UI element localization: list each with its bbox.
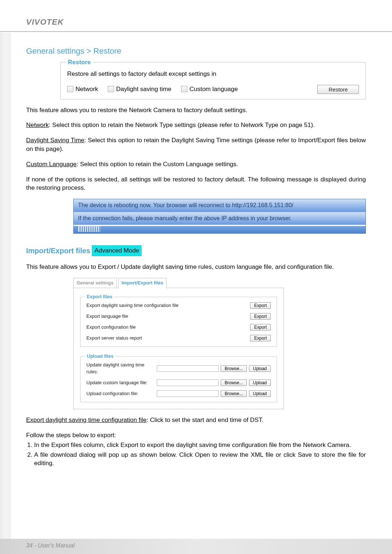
section-heading: General settings > Restore <box>26 46 366 57</box>
export-dst-help: Export daylight saving time configuratio… <box>26 416 366 424</box>
follow-steps: Follow the steps below to export: <box>26 431 366 440</box>
upload-config-upload-button[interactable]: Upload <box>249 390 271 397</box>
lang-rest: : Select this option to retain the Custo… <box>77 161 238 168</box>
upload-panel: Upload files Update daylight saving time… <box>80 356 277 402</box>
export-config-button[interactable]: Export <box>250 324 271 331</box>
network-paragraph: Network: Select this option to retain th… <box>26 121 366 130</box>
tab-general[interactable]: General settings <box>73 278 117 288</box>
upload-lang-label: Update custom language file: <box>86 379 155 386</box>
ie-title: Import/Export files <box>26 247 90 255</box>
upload-legend: Upload files <box>85 353 115 360</box>
steps-list: In the Export files column, click Export… <box>26 441 366 468</box>
footer-bar: 34 - User's Manual <box>0 539 392 554</box>
checkbox-icon <box>181 86 187 92</box>
checkbox-network[interactable]: Network <box>67 85 98 94</box>
export-config-label: Export configuration file <box>86 324 248 331</box>
checkbox-dst[interactable]: Daylight saving time <box>108 85 171 94</box>
checkbox-network-label: Network <box>75 86 98 93</box>
upload-config-label: Upload configuration file: <box>86 390 155 397</box>
header-divider <box>0 31 392 32</box>
dst-paragraph: Daylight Saving Time: Select this option… <box>26 136 366 153</box>
upload-config-browse-button[interactable]: Browse... <box>221 390 247 397</box>
checkbox-icon <box>67 86 73 92</box>
tab-import-export[interactable]: Import/Export files <box>118 278 167 288</box>
export-lang-button[interactable]: Export <box>250 313 271 320</box>
export-dst-help-key: Export daylight saving time configuratio… <box>26 416 147 423</box>
export-legend: Export files <box>85 294 114 300</box>
none-paragraph: If none of the options is selected, all … <box>26 175 366 193</box>
checkbox-lang[interactable]: Custom language <box>181 85 238 94</box>
export-dst-label: Export daylight saving time configuratio… <box>86 302 248 309</box>
export-status-label: Export server status report <box>86 335 248 341</box>
upload-lang-input[interactable] <box>157 379 219 386</box>
restore-legend: Restore <box>66 58 93 67</box>
lang-key: Custom Language <box>26 161 77 168</box>
export-dst-button[interactable]: Export <box>250 302 271 309</box>
brand: VIVOTEK <box>26 17 64 26</box>
left-gutter <box>0 33 11 554</box>
restore-instructions: Restore all settings to factory default … <box>67 70 359 78</box>
export-dst-help-rest: : Click to set the start and end time of… <box>147 416 264 423</box>
lang-paragraph: Custom Language: Select this option to r… <box>26 160 366 169</box>
step-2: A file download dialog will pop up as sh… <box>34 451 366 468</box>
step-1: In the Export files column, click Export… <box>34 441 366 450</box>
ie-description: This feature allows you to Export / Upda… <box>26 263 366 271</box>
footer-text: 34 - User's Manual <box>0 539 392 553</box>
restore-panel: Restore Restore all settings to factory … <box>60 62 366 99</box>
reboot-line-2: If the connection fails, please manually… <box>74 212 366 225</box>
checkbox-dst-label: Daylight saving time <box>116 86 171 93</box>
upload-config-input[interactable] <box>157 390 219 397</box>
upload-lang-browse-button[interactable]: Browse... <box>221 379 247 386</box>
advanced-mode-badge: Advanced Mode <box>92 245 142 256</box>
reboot-progress-icon <box>78 226 101 232</box>
checkbox-lang-label: Custom language <box>189 86 238 93</box>
export-status-button[interactable]: Export <box>250 335 271 341</box>
export-panel: Export files Export daylight saving time… <box>80 297 277 347</box>
upload-dst-upload-button[interactable]: Upload <box>249 365 271 372</box>
restore-button[interactable]: Restore <box>317 85 359 94</box>
export-lang-label: Export language file <box>86 313 248 320</box>
reboot-message: The device is rebooting now. Your browse… <box>73 199 366 234</box>
reboot-line-1: The device is rebooting now. Your browse… <box>74 199 366 212</box>
checkbox-icon <box>108 86 114 92</box>
network-key: Network <box>26 122 49 128</box>
upload-dst-input[interactable] <box>157 365 219 372</box>
ie-ui: General settings Import/Export files Exp… <box>73 278 284 410</box>
intro-paragraph: This feature allows you to restore the N… <box>26 106 366 115</box>
network-rest: : Select this option to retain the Netwo… <box>49 122 315 128</box>
upload-dst-browse-button[interactable]: Browse... <box>221 365 247 372</box>
upload-lang-upload-button[interactable]: Upload <box>249 379 271 386</box>
reboot-progress <box>74 226 366 233</box>
dst-key: Daylight Saving Time <box>26 137 84 144</box>
upload-dst-label: Update daylight saving time rules: <box>86 362 155 375</box>
